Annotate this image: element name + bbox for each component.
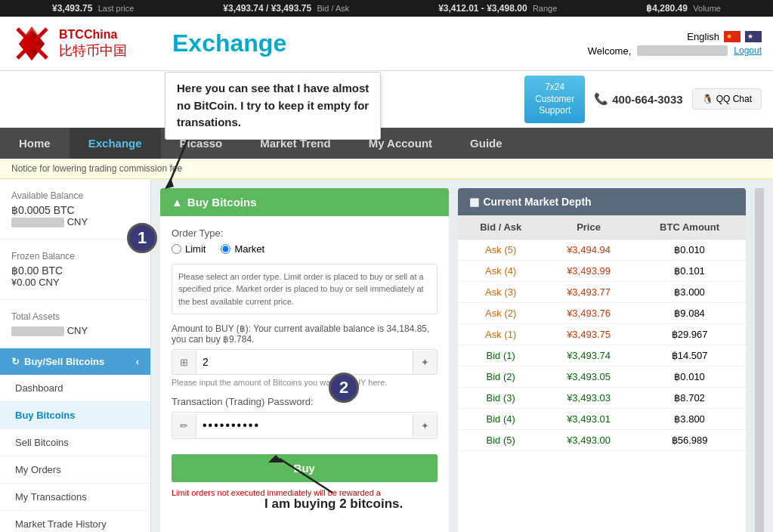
depth-price-7: ¥3,493.03 xyxy=(544,387,633,408)
range: ¥3,412.01 - ¥3,498.00 Range xyxy=(438,3,557,14)
depth-label-2: Ask (3) xyxy=(458,281,544,302)
depth-title: Current Market Depth xyxy=(484,196,592,208)
depth-btc-0: ฿0.010 xyxy=(633,239,746,260)
notice-bar: Notice for lowering trading commission f… xyxy=(0,159,773,179)
sidebar-item-dashboard[interactable]: Dashboard xyxy=(0,375,150,402)
buy-panel: ▲ Buy Bitcoins Order Type: Limit xyxy=(160,188,449,532)
password-row: Transaction (Trading) Password: ✏ ✦ xyxy=(172,396,438,439)
qq-chat-button[interactable]: 🐧 QQ Chat xyxy=(692,88,762,110)
depth-price-6: ¥3,493.05 xyxy=(544,366,633,387)
main-layout: Available Balance ฿0.0005 BTC CNY Frozen… xyxy=(0,179,773,532)
welcome-area: Welcome, Logout xyxy=(588,45,762,57)
total-cny: CNY xyxy=(11,325,139,336)
market-depth-panel: ▦ Current Market Depth Bid / Ask Price B… xyxy=(458,188,747,532)
depth-price-9: ¥3,493.00 xyxy=(544,429,633,450)
sidebar-item-my-transactions[interactable]: My Transactions xyxy=(0,484,150,511)
buy-button[interactable]: Buy xyxy=(172,454,438,482)
available-cny: CNY xyxy=(11,216,139,227)
depth-label-1: Ask (4) xyxy=(458,260,544,281)
depth-table-row: Ask (5) ¥3,494.94 ฿0.010 xyxy=(458,239,747,260)
amount-hint: Please input the amount of Bitcoins you … xyxy=(172,378,438,387)
available-balance-label: Available Balance xyxy=(11,190,139,201)
depth-label-4: Ask (1) xyxy=(458,323,544,345)
depth-btc-1: ฿0.101 xyxy=(633,260,746,281)
depth-price-2: ¥3,493.77 xyxy=(544,281,633,302)
phone-area: 📞 400-664-3033 xyxy=(594,92,682,106)
password-input-group: ✏ ✦ xyxy=(172,412,438,439)
support-button[interactable]: 7x24 Customer Support xyxy=(524,76,585,123)
limit-radio-option[interactable]: Limit xyxy=(172,243,206,255)
nav-exchange[interactable]: Exchange xyxy=(70,128,161,159)
order-type-label: Order Type: xyxy=(172,227,438,239)
depth-price-5: ¥3,493.74 xyxy=(544,345,633,366)
amount-row: Amount to BUY (฿): Your current availabl… xyxy=(172,323,438,387)
navigation-bar: Home Exchange Picasso Market Trend My Ac… xyxy=(0,128,773,159)
market-label: Market xyxy=(234,243,264,255)
depth-table-row: Bid (3) ¥3,493.03 ฿8.702 xyxy=(458,387,747,408)
nav-picasso[interactable]: Picasso xyxy=(161,128,242,159)
limit-note: Limit orders not executed immediately wi… xyxy=(172,488,438,497)
cn-flag-icon[interactable]: ★ xyxy=(724,31,741,42)
password-label: Transaction (Trading) Password: xyxy=(172,396,438,407)
nav-my-account[interactable]: My Account xyxy=(350,128,451,159)
depth-table-row: Bid (5) ¥3,493.00 ฿56.989 xyxy=(458,429,747,450)
notice-text: Notice for lowering trading commission f… xyxy=(11,163,182,174)
depth-btc-6: ฿0.010 xyxy=(633,366,746,387)
last-price: ¥3,493.75 Last price xyxy=(52,3,134,14)
depth-table-row: Bid (4) ¥3,493.01 ฿3.800 xyxy=(458,408,747,429)
buy-sell-bitcoins-menu[interactable]: ↻ Buy/Sell Bitcoins ‹ xyxy=(0,348,150,375)
language-area: English ★ ★ xyxy=(687,31,762,42)
sidebar-item-market-trade-history[interactable]: Market Trade History xyxy=(0,511,150,532)
nav-home[interactable]: Home xyxy=(0,128,70,159)
logout-button[interactable]: Logout xyxy=(734,45,762,56)
annotation-circle-1: 1 xyxy=(127,223,157,253)
depth-label-3: Ask (2) xyxy=(458,302,544,323)
frozen-cny: ¥0.00 CNY xyxy=(11,277,139,288)
available-btc: ฿0.0005 BTC xyxy=(11,204,139,216)
password-input[interactable] xyxy=(196,413,413,438)
nav-market-trend[interactable]: Market Trend xyxy=(241,128,349,159)
depth-label-0: Ask (5) xyxy=(458,239,544,260)
depth-btc-5: ฿14.507 xyxy=(633,345,746,366)
edit-icon: ✏ xyxy=(172,414,196,438)
total-assets-label: Total Assets xyxy=(11,311,139,322)
market-radio-option[interactable]: Market xyxy=(221,243,264,255)
sidebar-item-buy-bitcoins[interactable]: Buy Bitcoins xyxy=(0,402,150,429)
depth-table-row: Ask (1) ¥3,493.75 ฿29.967 xyxy=(458,323,747,345)
refresh-icon: ↻ xyxy=(11,356,20,367)
limit-label: Limit xyxy=(185,243,206,255)
depth-table-row: Bid (2) ¥3,493.05 ฿0.010 xyxy=(458,366,747,387)
annotation-circle-2: 2 xyxy=(329,373,359,403)
menu-chevron-icon: ‹ xyxy=(136,356,139,367)
welcome-text: Welcome, xyxy=(588,45,632,57)
col-btc: BTC Amount xyxy=(633,215,746,240)
phone-icon: 📞 xyxy=(594,92,608,106)
scrollbar[interactable] xyxy=(755,188,764,532)
depth-btc-9: ฿56.989 xyxy=(633,429,746,450)
depth-price-4: ¥3,493.75 xyxy=(544,323,633,345)
sidebar-item-my-orders[interactable]: My Orders xyxy=(0,456,150,484)
col-price: Price xyxy=(544,215,633,240)
buy-panel-body: Order Type: Limit Market xyxy=(160,216,449,509)
market-radio[interactable] xyxy=(221,244,230,254)
depth-price-1: ¥3,493.99 xyxy=(544,260,633,281)
phone-number: 400-664-3033 xyxy=(612,93,682,106)
depth-btc-8: ฿3.800 xyxy=(633,408,746,429)
nav-guide[interactable]: Guide xyxy=(451,128,521,159)
sidebar-item-sell-bitcoins[interactable]: Sell Bitcoins xyxy=(0,429,150,456)
chart-icon: ▦ xyxy=(469,196,479,208)
depth-table-row: Bid (1) ¥3,493.74 ฿14.507 xyxy=(458,345,747,366)
order-type-group: Limit Market xyxy=(172,243,438,255)
amount-input-group: ⊞ ✦ xyxy=(172,349,438,375)
btcchina-logo-icon xyxy=(11,23,53,64)
buy-panel-header: ▲ Buy Bitcoins xyxy=(160,188,449,216)
buy-arrow-icon: ▲ xyxy=(172,196,183,209)
support-area: 7x24 Customer Support 📞 400-664-3033 🐧 Q… xyxy=(0,71,773,128)
content-area: ▲ Buy Bitcoins Order Type: Limit xyxy=(151,179,773,532)
frozen-btc: ฿0.00 BTC xyxy=(11,264,139,277)
volume: ฿4,280.49 Volume xyxy=(646,3,721,14)
amount-input[interactable] xyxy=(196,350,413,374)
depth-table-row: Ask (3) ¥3,493.77 ฿3.000 xyxy=(458,281,747,302)
us-flag-icon[interactable]: ★ xyxy=(745,31,762,42)
limit-radio[interactable] xyxy=(172,244,181,254)
